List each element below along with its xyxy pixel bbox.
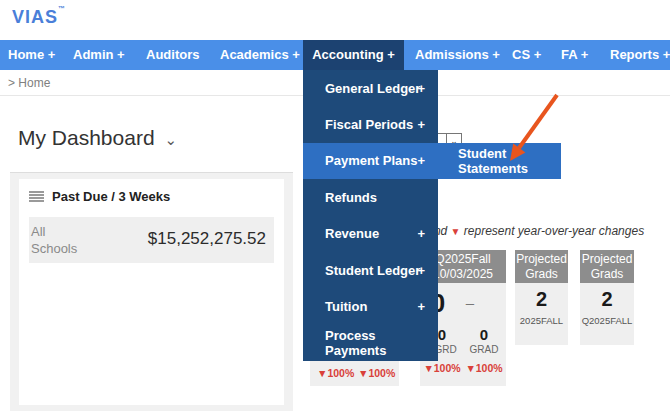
- stat-card-header-line1: Projected: [580, 252, 634, 267]
- menu-item-label: Tuition: [325, 299, 367, 314]
- projected-grads-term: Q2025FALL: [580, 315, 634, 326]
- stat-card-header: Projected Grads: [515, 250, 568, 283]
- menu-item-payment-plans[interactable]: Payment Plans +: [303, 143, 438, 179]
- menu-item-label: General Ledger: [325, 81, 420, 96]
- plus-icon: +: [417, 117, 425, 132]
- menu-item-label: Fiscal Periods: [325, 117, 413, 132]
- stat-card-header-line1: Projected: [515, 252, 568, 267]
- yoy-note: ▲ and ▼ represent year-over-year changes: [412, 224, 644, 238]
- yoy-change-badge: ▼100%: [422, 362, 462, 374]
- menu-item-label: Student Ledger: [325, 263, 420, 278]
- yoy-change-badge: ▼100%: [358, 367, 395, 379]
- nav-item-academics[interactable]: Academics +: [220, 40, 300, 70]
- menu-item-label: Payment Plans: [325, 153, 418, 168]
- table-row: All Schools $15,252,275.52: [29, 217, 274, 263]
- menu-item-process-payments[interactable]: Process Payments: [303, 325, 438, 361]
- plus-icon: +: [417, 226, 425, 241]
- menu-item-label: Process Payments: [325, 328, 438, 358]
- stat-card-header: Projected Grads: [580, 250, 634, 283]
- submenu-item-label: Student Statements: [438, 146, 543, 176]
- menu-item-fiscal-periods[interactable]: Fiscal Periods +: [303, 106, 438, 142]
- nav-item-home[interactable]: Home +: [8, 40, 55, 70]
- plus-icon: +: [417, 153, 425, 168]
- nav-item-admin[interactable]: Admin +: [73, 40, 125, 70]
- chevron-down-icon[interactable]: ⌄: [165, 131, 178, 148]
- logo-trademark: ™: [58, 5, 66, 12]
- nav-item-accounting[interactable]: Accounting +: [303, 40, 404, 70]
- yoy-change-badge: ▼100%: [464, 362, 504, 374]
- nav-item-cs[interactable]: CS +: [512, 40, 541, 70]
- projected-grads-term: 2025FALL: [515, 315, 568, 326]
- breadcrumb[interactable]: > Home: [8, 70, 50, 96]
- past-due-panel: Past Due / 3 Weeks All Schools $15,252,2…: [10, 172, 293, 411]
- menu-item-label: Revenue: [325, 226, 379, 241]
- plus-icon: +: [417, 299, 425, 314]
- menu-item-refunds[interactable]: Refunds: [303, 179, 438, 215]
- down-triangle-icon: ▼: [451, 226, 461, 237]
- submenu-student-statements[interactable]: Student Statements: [438, 143, 561, 179]
- enrollment-total-change: –: [456, 294, 484, 311]
- stat-card-projected-grads-q: Projected Grads 2 Q2025FALL: [580, 250, 634, 345]
- stat-card-header-line2: Grads: [515, 267, 568, 282]
- main-navbar: Home + Admin + Auditors Academics + Acco…: [0, 40, 670, 70]
- stat-card-header-line2: Grads: [580, 267, 634, 282]
- past-due-title: Past Due / 3 Weeks: [52, 189, 170, 204]
- menu-item-label: Refunds: [325, 190, 377, 205]
- projected-grads-value: 2: [580, 288, 634, 311]
- grad-value: 0: [466, 326, 502, 343]
- projected-grads-value: 2: [515, 288, 568, 311]
- plus-icon: +: [417, 81, 425, 96]
- menu-item-student-ledger[interactable]: Student Ledger +: [303, 252, 438, 288]
- nav-item-fa[interactable]: FA +: [561, 40, 588, 70]
- nav-item-reports[interactable]: Reports +: [610, 40, 670, 70]
- nav-item-admissions[interactable]: Admissions +: [415, 40, 500, 70]
- menu-item-tuition[interactable]: Tuition +: [303, 288, 438, 324]
- logo: VIAS™: [12, 7, 66, 28]
- list-icon: [29, 191, 44, 203]
- yoy-note-suffix: represent year-over-year changes: [460, 224, 644, 238]
- grad-label: GRAD: [466, 344, 502, 355]
- past-due-row-label: All Schools: [29, 217, 89, 263]
- yoy-change-badge: ▼100%: [317, 367, 354, 379]
- menu-item-revenue[interactable]: Revenue +: [303, 216, 438, 252]
- page-title: My Dashboard⌄: [18, 126, 177, 150]
- past-due-panel-inner: Past Due / 3 Weeks All Schools $15,252,2…: [19, 179, 284, 405]
- stat-card-projected-grads-fall: Projected Grads 2 2025FALL: [515, 250, 568, 345]
- plus-icon: +: [417, 263, 425, 278]
- page-title-text: My Dashboard: [18, 126, 155, 149]
- past-due-row-value: $15,252,275.52: [89, 217, 274, 263]
- nav-item-auditors[interactable]: Auditors: [146, 40, 199, 70]
- menu-item-general-ledger[interactable]: General Ledger +: [303, 70, 438, 106]
- accounting-dropdown-menu: General Ledger + Fiscal Periods + Paymen…: [303, 70, 438, 361]
